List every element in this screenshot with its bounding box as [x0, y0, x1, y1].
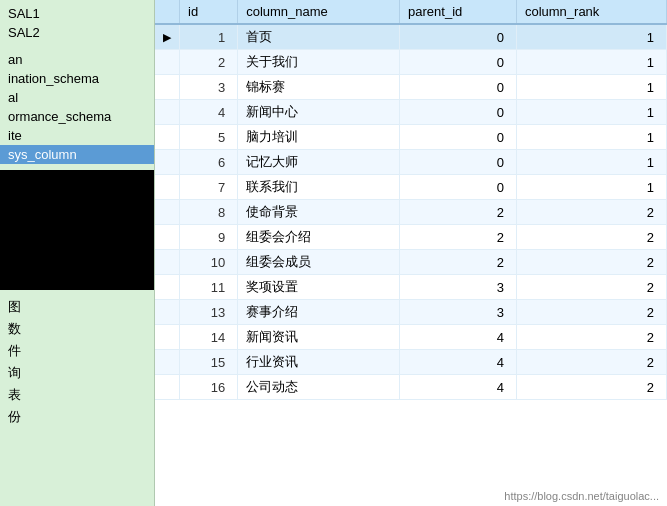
- cell-column-name: 使命背景: [238, 200, 400, 225]
- cell-column-name: 锦标赛: [238, 75, 400, 100]
- table-row[interactable]: 7联系我们01: [155, 175, 667, 200]
- cell-column-name: 联系我们: [238, 175, 400, 200]
- row-arrow-indicator: [155, 200, 180, 225]
- cell-id: 7: [180, 175, 238, 200]
- cell-id: 3: [180, 75, 238, 100]
- row-arrow-indicator: [155, 150, 180, 175]
- sidebar-item-sal2[interactable]: SAL2: [0, 23, 154, 42]
- table-header-row: id column_name parent_id column_rank: [155, 0, 667, 24]
- col-header-id: id: [180, 0, 238, 24]
- sidebar-item-biao[interactable]: 表: [0, 384, 154, 406]
- cell-column-name: 新闻中心: [238, 100, 400, 125]
- sidebar-item-an[interactable]: an: [0, 50, 154, 69]
- table-row[interactable]: 3锦标赛01: [155, 75, 667, 100]
- cell-parent-id: 0: [400, 100, 517, 125]
- table-row[interactable]: 14新闻资讯42: [155, 325, 667, 350]
- sidebar-item-sal1[interactable]: SAL1: [0, 4, 154, 23]
- cell-parent-id: 0: [400, 24, 517, 50]
- cell-id: 14: [180, 325, 238, 350]
- col-header-parent-id: parent_id: [400, 0, 517, 24]
- cell-parent-id: 3: [400, 275, 517, 300]
- cell-id: 11: [180, 275, 238, 300]
- cell-column-rank: 2: [516, 225, 666, 250]
- cell-parent-id: 2: [400, 250, 517, 275]
- cell-column-rank: 1: [516, 24, 666, 50]
- sidebar-item-ite[interactable]: ite: [0, 126, 154, 145]
- col-header-column-rank: column_rank: [516, 0, 666, 24]
- cell-id: 6: [180, 150, 238, 175]
- cell-parent-id: 0: [400, 175, 517, 200]
- sidebar-item-al[interactable]: al: [0, 88, 154, 107]
- row-arrow-indicator: [155, 300, 180, 325]
- row-arrow-indicator: [155, 175, 180, 200]
- cell-parent-id: 4: [400, 375, 517, 400]
- cell-column-name: 首页: [238, 24, 400, 50]
- table-row[interactable]: 2关于我们01: [155, 50, 667, 75]
- cell-parent-id: 0: [400, 75, 517, 100]
- row-arrow-indicator: ▶: [155, 24, 180, 50]
- col-header-column-name: column_name: [238, 0, 400, 24]
- row-arrow-indicator: [155, 75, 180, 100]
- row-arrow-indicator: [155, 375, 180, 400]
- table-row[interactable]: 4新闻中心01: [155, 100, 667, 125]
- cell-column-name: 组委会成员: [238, 250, 400, 275]
- cell-column-rank: 2: [516, 200, 666, 225]
- table-row[interactable]: 8使命背景22: [155, 200, 667, 225]
- cell-id: 13: [180, 300, 238, 325]
- sidebar-item-sys-column[interactable]: sys_column: [0, 145, 154, 164]
- cell-column-rank: 2: [516, 300, 666, 325]
- sidebar-item-fen[interactable]: 份: [0, 406, 154, 428]
- sidebar-item-performance-schema[interactable]: ormance_schema: [0, 107, 154, 126]
- sidebar-top: SAL1 SAL2: [0, 0, 154, 46]
- table-row[interactable]: 10组委会成员22: [155, 250, 667, 275]
- row-indicator-header: [155, 0, 180, 24]
- cell-column-rank: 2: [516, 250, 666, 275]
- table-wrapper[interactable]: id column_name parent_id column_rank ▶1首…: [155, 0, 667, 506]
- table-row[interactable]: 5脑力培训01: [155, 125, 667, 150]
- cell-id: 15: [180, 350, 238, 375]
- cell-parent-id: 0: [400, 125, 517, 150]
- table-row[interactable]: ▶1首页01: [155, 24, 667, 50]
- cell-column-rank: 2: [516, 325, 666, 350]
- table-row[interactable]: 9组委会介绍22: [155, 225, 667, 250]
- cell-column-name: 组委会介绍: [238, 225, 400, 250]
- cell-parent-id: 2: [400, 225, 517, 250]
- cell-id: 5: [180, 125, 238, 150]
- row-arrow-indicator: [155, 50, 180, 75]
- row-arrow-indicator: [155, 350, 180, 375]
- cell-id: 4: [180, 100, 238, 125]
- sidebar: SAL1 SAL2 an ination_schema al ormance_s…: [0, 0, 155, 506]
- cell-column-name: 赛事介绍: [238, 300, 400, 325]
- cell-id: 8: [180, 200, 238, 225]
- main-content: id column_name parent_id column_rank ▶1首…: [155, 0, 667, 506]
- cell-column-rank: 2: [516, 275, 666, 300]
- cell-id: 2: [180, 50, 238, 75]
- cell-column-rank: 1: [516, 75, 666, 100]
- row-arrow-indicator: [155, 275, 180, 300]
- row-arrow-indicator: [155, 125, 180, 150]
- table-row[interactable]: 15行业资讯42: [155, 350, 667, 375]
- table-row[interactable]: 11奖项设置32: [155, 275, 667, 300]
- cell-column-rank: 1: [516, 175, 666, 200]
- cell-column-rank: 2: [516, 375, 666, 400]
- sidebar-item-xun[interactable]: 询: [0, 362, 154, 384]
- row-arrow-indicator: [155, 325, 180, 350]
- cell-id: 10: [180, 250, 238, 275]
- cell-column-name: 记忆大师: [238, 150, 400, 175]
- table-row[interactable]: 6记忆大师01: [155, 150, 667, 175]
- table-row[interactable]: 16公司动态42: [155, 375, 667, 400]
- cell-column-name: 新闻资讯: [238, 325, 400, 350]
- cell-column-name: 公司动态: [238, 375, 400, 400]
- sidebar-item-shu[interactable]: 数: [0, 318, 154, 340]
- sidebar-item-jian[interactable]: 件: [0, 340, 154, 362]
- table-row[interactable]: 13赛事介绍32: [155, 300, 667, 325]
- cell-column-name: 行业资讯: [238, 350, 400, 375]
- cell-column-rank: 1: [516, 50, 666, 75]
- row-arrow-indicator: [155, 250, 180, 275]
- cell-column-name: 奖项设置: [238, 275, 400, 300]
- sidebar-item-information-schema[interactable]: ination_schema: [0, 69, 154, 88]
- cell-column-name: 关于我们: [238, 50, 400, 75]
- data-table: id column_name parent_id column_rank ▶1首…: [155, 0, 667, 400]
- row-arrow-indicator: [155, 225, 180, 250]
- sidebar-item-tu[interactable]: 图: [0, 296, 154, 318]
